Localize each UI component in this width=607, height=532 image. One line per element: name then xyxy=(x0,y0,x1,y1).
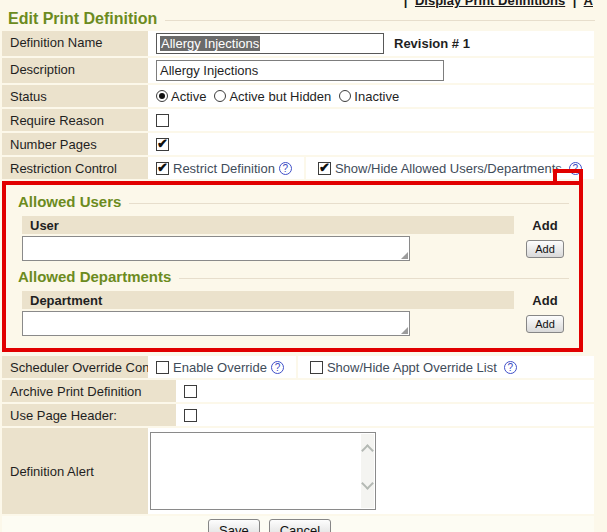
description-value: Allergy Injections xyxy=(160,63,258,78)
add-user-button[interactable]: Add xyxy=(526,240,564,258)
description-row: Description Allergy Injections xyxy=(2,58,594,83)
show-hide-users-departments-label: Show/Hide Allowed Users/Departments xyxy=(335,161,562,176)
enable-override-checkbox[interactable] xyxy=(156,361,169,374)
number-pages-label: Number Pages xyxy=(2,133,148,155)
allowed-departments-heading-text: Allowed Departments xyxy=(18,268,171,285)
resize-grip-icon[interactable] xyxy=(401,327,408,334)
link-separator: | xyxy=(400,0,412,8)
department-textarea[interactable] xyxy=(22,311,410,336)
section-rule xyxy=(179,278,569,279)
link-separator: | xyxy=(569,0,581,8)
require-reason-label: Require Reason xyxy=(2,109,148,131)
description-label: Description xyxy=(2,58,148,83)
allowed-users-heading: Allowed Users xyxy=(18,193,569,210)
status-option-inactive[interactable]: Inactive xyxy=(339,89,399,104)
number-pages-checkbox[interactable] xyxy=(156,138,169,151)
allowed-users-heading-text: Allowed Users xyxy=(18,193,121,210)
require-reason-checkbox[interactable] xyxy=(156,114,169,127)
use-page-header-checkbox[interactable] xyxy=(184,409,197,422)
definition-alert-row: Definition Alert xyxy=(2,428,594,514)
lower-form: Scheduler Override Control Enable Overri… xyxy=(2,356,594,514)
status-row: Status Active Active but Hidden Inactive xyxy=(2,85,594,107)
allowed-departments-heading: Allowed Departments xyxy=(18,268,569,285)
cell-divider xyxy=(296,356,298,378)
restriction-control-label: Restriction Control xyxy=(2,157,148,179)
cell-divider xyxy=(304,157,306,179)
scroll-up-icon[interactable] xyxy=(361,444,374,457)
section-rule xyxy=(129,203,569,204)
partial-clipped-link[interactable]: A xyxy=(584,0,593,8)
enable-override-label: Enable Override xyxy=(173,360,267,375)
definition-alert-textarea[interactable] xyxy=(150,432,376,510)
status-label: Status xyxy=(2,85,148,107)
definition-name-row: Definition Name Allergy Injections Revis… xyxy=(2,31,594,56)
show-hide-appt-override-checkbox[interactable] xyxy=(310,361,323,374)
add-column-header: Add xyxy=(519,291,571,309)
allowed-users-header-row: User Add xyxy=(22,216,571,234)
allowed-departments-header-row: Department Add xyxy=(22,291,571,309)
show-hide-users-departments-checkbox[interactable] xyxy=(318,162,331,175)
use-page-header-row: Use Page Header: xyxy=(2,404,594,426)
department-column-header: Department xyxy=(22,291,514,309)
archive-row: Archive Print Definition xyxy=(2,380,594,402)
radio-icon[interactable] xyxy=(156,90,168,102)
add-department-button[interactable]: Add xyxy=(526,315,564,333)
allowed-users-input-row: Add xyxy=(22,236,571,261)
scheduler-override-row: Scheduler Override Control Enable Overri… xyxy=(2,356,594,378)
description-input[interactable]: Allergy Injections xyxy=(156,60,444,81)
status-option-active[interactable]: Active xyxy=(156,89,206,104)
restriction-control-row: Restriction Control Restrict Definition … xyxy=(2,157,594,179)
show-hide-appt-override-label: Show/Hide Appt Override List xyxy=(327,360,497,375)
radio-label: Inactive xyxy=(354,89,399,104)
allowed-departments-input-row: Add xyxy=(22,311,571,336)
archive-checkbox[interactable] xyxy=(184,385,197,398)
form-actions: Save Cancel xyxy=(2,516,594,532)
status-option-active-but-hidden[interactable]: Active but Hidden xyxy=(214,89,331,104)
selected-text: Allergy Injections xyxy=(160,36,260,51)
top-nav: | Display Print Definitions | A xyxy=(2,0,607,9)
archive-label: Archive Print Definition xyxy=(2,380,176,402)
title-rule xyxy=(165,20,595,21)
cancel-button[interactable]: Cancel xyxy=(269,519,331,532)
definition-alert-label: Definition Alert xyxy=(2,428,148,514)
help-icon[interactable]: ? xyxy=(279,162,292,175)
page-title: Edit Print Definition xyxy=(2,9,607,31)
page-title-text: Edit Print Definition xyxy=(8,10,157,28)
display-print-definitions-link[interactable]: Display Print Definitions xyxy=(415,0,565,8)
annotation-box-notch xyxy=(553,169,583,183)
help-icon[interactable]: ? xyxy=(271,361,284,374)
number-pages-row: Number Pages xyxy=(2,133,594,155)
help-icon[interactable]: ? xyxy=(504,361,517,374)
radio-label: Active xyxy=(171,89,206,104)
definition-name-label: Definition Name xyxy=(2,31,148,56)
edit-print-definition-form: Definition Name Allergy Injections Revis… xyxy=(2,31,594,179)
resize-grip-icon[interactable] xyxy=(401,252,408,259)
save-button[interactable]: Save xyxy=(208,519,260,532)
radio-label: Active but Hidden xyxy=(229,89,331,104)
allowed-users-departments-annotation-box: Allowed Users User Add Add Allowed Depar… xyxy=(2,181,583,352)
definition-name-input[interactable]: Allergy Injections xyxy=(156,33,384,54)
scrollbar[interactable] xyxy=(361,434,374,508)
user-textarea[interactable] xyxy=(22,236,410,261)
add-column-header: Add xyxy=(519,216,571,234)
scroll-down-icon[interactable] xyxy=(361,477,374,490)
scheduler-override-label: Scheduler Override Control xyxy=(2,356,148,378)
radio-icon[interactable] xyxy=(339,90,351,102)
user-column-header: User xyxy=(22,216,514,234)
restrict-definition-label: Restrict Definition xyxy=(173,161,275,176)
restrict-definition-checkbox[interactable] xyxy=(156,162,169,175)
use-page-header-label: Use Page Header: xyxy=(2,404,176,426)
require-reason-row: Require Reason xyxy=(2,109,594,131)
revision-number: Revision # 1 xyxy=(394,36,470,51)
radio-icon[interactable] xyxy=(214,90,226,102)
